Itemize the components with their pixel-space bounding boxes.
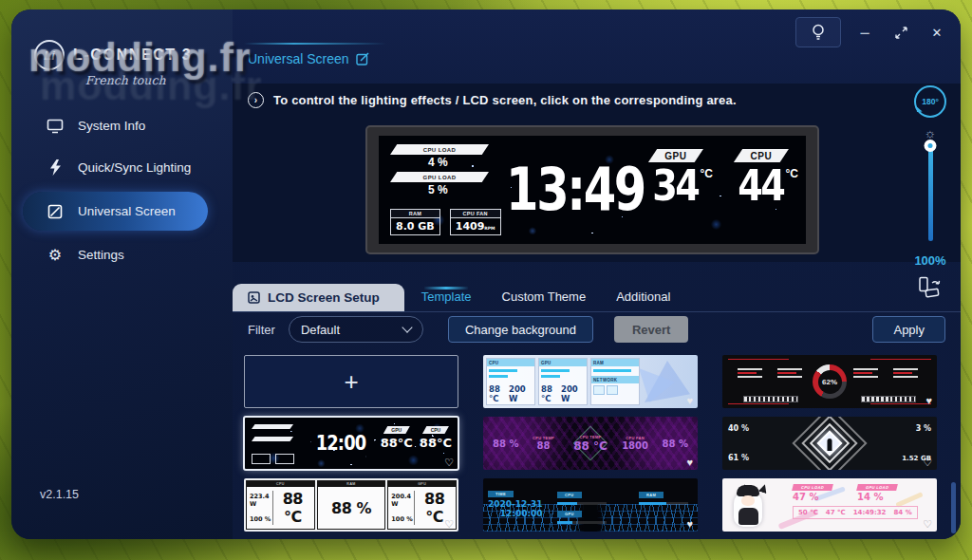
- thumb-clock: 12:00: [315, 432, 365, 455]
- lcd-setup-icon: [248, 291, 260, 304]
- page-link-label: Universal Screen: [248, 51, 349, 66]
- arrow-circle-icon: ›: [248, 92, 264, 108]
- favorite-icon[interactable]: ♥: [686, 457, 693, 469]
- minimize-button[interactable]: ─: [852, 20, 877, 45]
- filter-dropdown[interactable]: Default: [289, 316, 423, 343]
- brightness-value: 100%: [914, 253, 945, 268]
- display-controls: 180° ☼ 100%: [907, 85, 953, 299]
- lcd-stat-boxes: RAM 8.0 GB CPU FAN 1409RPM: [390, 209, 501, 235]
- preview-panel: › To control the lighting effects / LCD …: [233, 84, 961, 262]
- sidebar-nav: System Info Quick/Sync Lighting Universa…: [11, 106, 233, 274]
- tab-custom-theme[interactable]: Custom Theme: [502, 289, 587, 311]
- lcd-clock: 13:49: [506, 154, 645, 223]
- template-tile-red-gauge[interactable]: 62% ♥: [722, 355, 937, 408]
- tab-template[interactable]: Template: [421, 289, 472, 311]
- sidebar-item-quick-sync-lighting[interactable]: Quick/Sync Lighting: [11, 148, 233, 187]
- minimize-icon: ─: [860, 26, 869, 40]
- favorite-icon[interactable]: ♡: [923, 518, 932, 531]
- cpu-load-meter: CPU LOAD: [390, 144, 489, 155]
- notice-text: To control the lighting effects / LCD sc…: [273, 93, 737, 107]
- tab-bar: LCD Screen Setup Template Custom Theme A…: [233, 284, 961, 312]
- grid-scrollbar-thumb[interactable]: [951, 482, 956, 533]
- screen-icon: [46, 204, 65, 219]
- sidebar-item-label: System Info: [78, 119, 145, 133]
- cpu-fan-stat: CPU FAN 1409RPM: [450, 209, 501, 235]
- chevron-down-icon: [402, 322, 412, 332]
- sidebar-item-label: Universal Screen: [78, 204, 176, 218]
- gpu-load-value: 5 %: [428, 183, 489, 196]
- favorite-icon[interactable]: ♥: [686, 395, 693, 407]
- toolbar: Filter Default Change background Revert …: [248, 316, 945, 343]
- gauge-ring: 62%: [813, 364, 847, 399]
- change-background-button[interactable]: Change background: [448, 316, 593, 343]
- sidebar: Li L-CONNECT 3 French touch System Info …: [11, 9, 233, 539]
- lcd-screen: CPU LOAD 4 % GPU LOAD 5 % RAM 8.0 GB: [379, 136, 806, 244]
- app-logo: Li L-CONNECT 3 French touch: [34, 40, 192, 87]
- favorite-icon[interactable]: ♥: [686, 518, 693, 531]
- apply-button[interactable]: Apply: [872, 316, 945, 343]
- universal-screen-link[interactable]: Universal Screen: [248, 51, 369, 66]
- maximize-icon: [895, 27, 907, 39]
- revert-button[interactable]: Revert: [614, 316, 688, 343]
- notice-bar: › To control the lighting effects / LCD …: [233, 84, 961, 108]
- tab-lcd-screen-setup[interactable]: LCD Screen Setup: [233, 284, 404, 311]
- brand-icon: Li: [34, 40, 65, 70]
- slider-thumb[interactable]: [925, 140, 937, 152]
- brightness-slider[interactable]: [928, 144, 933, 241]
- favorite-icon[interactable]: ♡: [444, 518, 454, 531]
- close-icon: ✕: [932, 26, 943, 40]
- template-tile-white-panels[interactable]: CPU 223.4 W 100 % 88 °C RAM 88 % GPU: [244, 478, 458, 532]
- template-tile-blue-panels[interactable]: CPU 88 °C200 W GPU 88 °C200 W RAM NETWOR…: [483, 355, 698, 408]
- template-grid: + CPU 88 °C200 W GPU 88 °C200 W: [244, 355, 937, 532]
- favorite-icon[interactable]: ♡: [444, 457, 454, 469]
- gauge-value: 62%: [818, 370, 842, 394]
- sidebar-item-label: Settings: [78, 248, 124, 262]
- silhouette: [828, 439, 832, 451]
- sidebar-item-label: Quick/Sync Lighting: [78, 160, 191, 175]
- sidebar-item-system-info[interactable]: System Info: [11, 106, 233, 145]
- logo-subtitle: French touch: [34, 73, 192, 87]
- ram-stat: RAM 8.0 GB: [390, 209, 440, 235]
- template-tile-light-tunnel[interactable]: 40 % 61 % 3 % 1.52 GB ♡: [722, 417, 937, 470]
- cpu-temp-readout: CPU 44°C: [734, 149, 798, 207]
- template-tile-purple-diamond[interactable]: CPU TEMP 88 °C 88 % CPU TEMP 88 CPU FAN …: [483, 417, 698, 470]
- monitor-icon: [46, 119, 65, 134]
- brightness-icon: ☼: [925, 126, 937, 140]
- lcd-load-meters: CPU LOAD 4 % GPU LOAD 5 %: [390, 144, 489, 199]
- sidebar-item-universal-screen[interactable]: Universal Screen: [23, 192, 208, 231]
- template-tile-wireframe[interactable]: TIME 2020-12-31 12:00:00 CPU GPU RAM ♥: [483, 478, 698, 532]
- lcd-preview[interactable]: CPU LOAD 4 % GPU LOAD 5 % RAM 8.0 GB: [365, 125, 819, 254]
- plus-icon: +: [344, 367, 358, 397]
- main-content: ─ ✕ Universal Screen › To control the li…: [233, 9, 961, 539]
- template-tile-starfield-clock[interactable]: 12:00 GPU 88°C CPU 88°C ♡: [244, 417, 458, 470]
- lighting-toggle-button[interactable]: [795, 17, 841, 47]
- anime-character: [730, 481, 772, 529]
- filter-value: Default: [301, 323, 340, 337]
- app-window: Li L-CONNECT 3 French touch System Info …: [11, 9, 961, 539]
- rotate-180-button[interactable]: 180°: [914, 85, 946, 118]
- bulb-icon: [812, 24, 825, 41]
- app-version: v2.1.15: [40, 488, 79, 501]
- screen-orientation-icon[interactable]: [918, 276, 943, 299]
- sidebar-item-settings[interactable]: ⚙ Settings: [11, 235, 233, 274]
- edit-icon: [356, 52, 369, 65]
- favorite-icon[interactable]: ♡: [923, 457, 932, 469]
- titlebar: ─ ✕: [795, 17, 949, 47]
- maximize-button[interactable]: [888, 20, 913, 45]
- template-tile-anime[interactable]: CPU LOAD 47 % GPU LOAD 14 % 50 °C 47 °C …: [722, 478, 937, 532]
- app-title: L-CONNECT 3: [73, 47, 192, 64]
- tab-additional[interactable]: Additional: [616, 289, 670, 311]
- add-template-tile[interactable]: +: [244, 355, 458, 408]
- close-button[interactable]: ✕: [925, 20, 949, 45]
- gpu-temp-readout: GPU 34°C: [648, 149, 713, 207]
- lightning-icon: [46, 159, 65, 176]
- cpu-load-value: 4 %: [428, 156, 489, 169]
- filter-label: Filter: [248, 323, 275, 337]
- favorite-icon[interactable]: ♥: [925, 395, 932, 407]
- gear-icon: ⚙: [46, 248, 65, 263]
- gpu-load-meter: GPU LOAD: [390, 172, 489, 182]
